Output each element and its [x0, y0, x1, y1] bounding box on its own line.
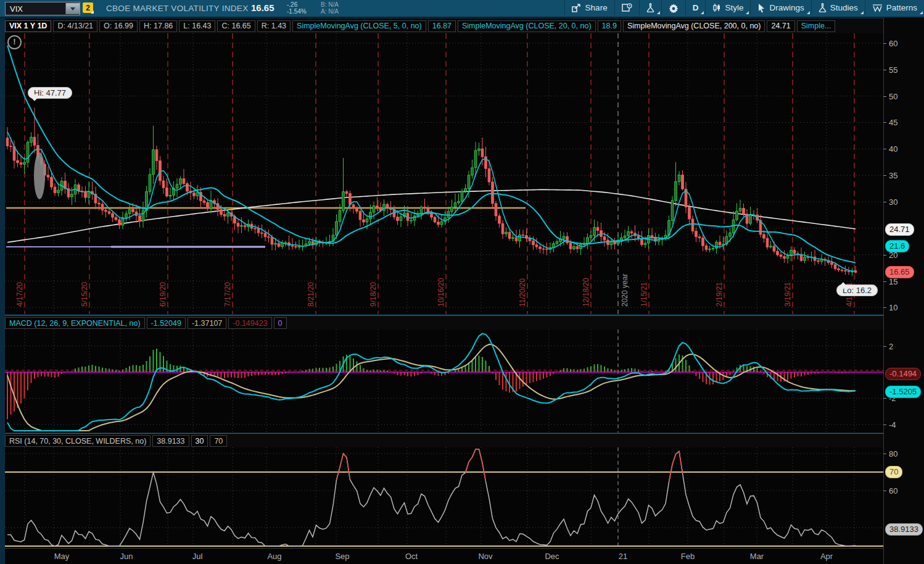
symbol-dropdown-button[interactable]	[65, 3, 80, 14]
gear-icon	[669, 3, 679, 13]
ohlc-low: L: 16.43	[179, 20, 215, 32]
chart-title[interactable]: VIX 1 Y 1D	[5, 20, 51, 32]
style-button[interactable]: Style	[705, 0, 750, 15]
candlestick-icon	[712, 3, 721, 13]
macd-zero-value: 0	[274, 317, 287, 329]
sma5-study-label[interactable]: SimpleMovingAvg (CLOSE, 5, 0, no)	[292, 20, 426, 32]
rsi-header: RSI (14, 70, 30, CLOSE, WILDERS, no) 38.…	[5, 433, 883, 449]
rsi-oversold-value: 30	[191, 435, 208, 447]
flask-icon	[819, 3, 827, 12]
flask-icon	[646, 3, 654, 12]
rsi-overbought-value: 70	[210, 435, 227, 447]
macd-diff-value: -0.149423	[228, 317, 271, 329]
rsi-chart-canvas[interactable]	[5, 447, 883, 548]
price-axis[interactable]	[883, 18, 924, 564]
ohlc-range: R: 1.43	[257, 20, 291, 32]
macd-study-label[interactable]: MACD (12, 26, 9, EXPONENTIAL, no)	[5, 317, 145, 329]
macd-avg-value: -1.37107	[188, 317, 226, 329]
events-button[interactable]	[614, 0, 639, 15]
symbol-value[interactable]: VIX	[6, 4, 65, 14]
drawings-button[interactable]: Drawings	[750, 0, 811, 15]
rsi-study-label[interactable]: RSI (14, 70, 30, CLOSE, WILDERS, no)	[5, 435, 151, 447]
studies-button[interactable]: Studies	[811, 0, 865, 15]
info-icon[interactable]: !	[7, 35, 22, 49]
top-toolbar: VIX 2 CBOE MARKET VOLATILITY INDEX 16.65…	[0, 0, 924, 18]
trading-platform-window: VIX 2 CBOE MARKET VOLATILITY INDEX 16.65…	[0, 0, 924, 564]
bid-ask: B: N/A A: N/A	[321, 1, 339, 15]
change-value: -.26	[287, 1, 307, 8]
low-callout: Lo: 16.2	[836, 284, 878, 296]
sma-more-label[interactable]: Simple...	[797, 20, 836, 32]
sma20-study-label[interactable]: SimpleMovingAvg (CLOSE, 20, 0, no)	[458, 20, 596, 32]
settings-button[interactable]	[661, 0, 685, 15]
ohlc-high: H: 17.86	[139, 20, 177, 32]
chart-header: VIX 1 Y 1D D: 4/13/21 O: 16.99 H: 17.86 …	[5, 19, 883, 33]
cursor-icon	[757, 3, 765, 13]
macd-value: -1.52049	[147, 317, 186, 329]
time-axis[interactable]	[5, 548, 883, 564]
symbol-description: CBOE MARKET VOLATILITY INDEX	[106, 4, 248, 13]
price-chart-canvas[interactable]	[5, 33, 883, 314]
ohlc-open: O: 16.99	[99, 20, 138, 32]
sma200-value: 24.71	[767, 20, 794, 32]
bid-value: B: N/A	[321, 1, 339, 8]
macd-header: MACD (12, 26, 9, EXPONENTIAL, no) -1.520…	[5, 315, 883, 331]
last-price: 16.65	[251, 2, 274, 13]
sma200-study-label[interactable]: SimpleMovingAvg (CLOSE, 200, 0, no)	[623, 20, 765, 32]
badge-fold	[91, 10, 94, 14]
patterns-button[interactable]: Patterns	[865, 0, 924, 15]
calendar-clock-icon	[622, 3, 632, 12]
price-change: -.26 -1.54%	[287, 1, 307, 15]
macd-chart-canvas[interactable]	[5, 330, 883, 433]
rsi-value: 38.9133	[152, 435, 189, 447]
pattern-w-icon	[872, 3, 883, 12]
sma5-value: 16.87	[428, 20, 456, 32]
ohlc-close: C: 16.65	[217, 20, 255, 32]
sma20-value: 18.9	[598, 20, 621, 32]
chevron-down-icon	[70, 7, 75, 10]
change-percent: -1.54%	[287, 8, 307, 15]
interval-button[interactable]: D	[685, 0, 706, 15]
ask-value: A: N/A	[321, 8, 339, 15]
ohlc-date: D: 4/13/21	[53, 20, 97, 32]
share-button[interactable]: Share	[564, 0, 614, 15]
high-callout: Hi: 47.77	[28, 87, 72, 99]
quick-study-button[interactable]	[639, 0, 661, 15]
link-badge[interactable]: 2	[83, 2, 93, 13]
share-icon	[572, 4, 582, 12]
symbol-input[interactable]: VIX	[5, 2, 80, 15]
